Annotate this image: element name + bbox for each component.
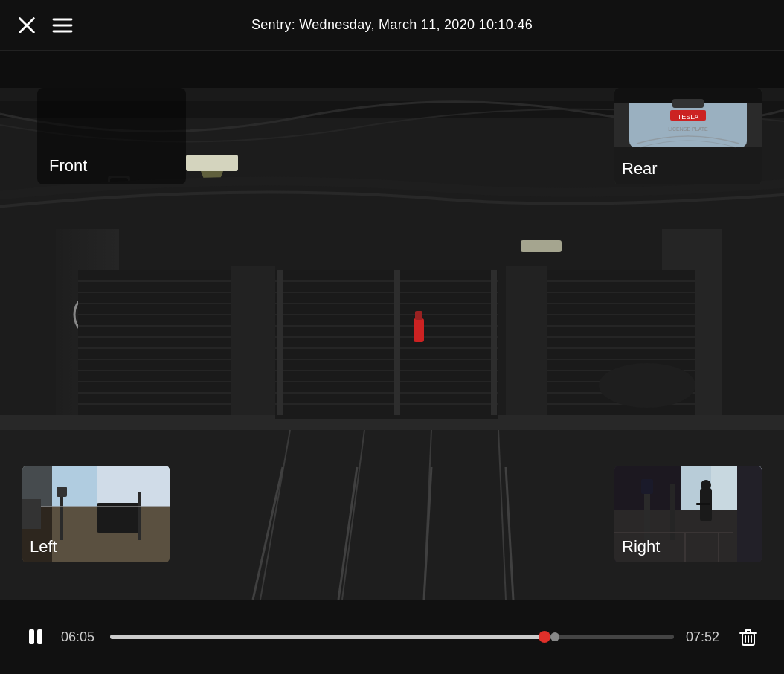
svg-rect-112 bbox=[29, 629, 34, 644]
total-time-display: 07:52 bbox=[686, 629, 723, 645]
svg-rect-104 bbox=[670, 484, 675, 540]
svg-rect-76 bbox=[415, 311, 422, 320]
svg-rect-84 bbox=[672, 99, 704, 108]
svg-rect-9 bbox=[186, 155, 238, 171]
svg-rect-11 bbox=[521, 240, 562, 252]
right-camera-thumbnail[interactable]: Right bbox=[614, 466, 762, 562]
svg-rect-103 bbox=[641, 479, 653, 494]
svg-rect-107 bbox=[696, 503, 704, 505]
left-camera-thumbnail[interactable]: Left bbox=[22, 466, 170, 562]
svg-rect-101 bbox=[737, 466, 762, 562]
svg-rect-92 bbox=[138, 492, 141, 540]
current-time-display: 06:05 bbox=[61, 629, 98, 645]
progress-bar[interactable] bbox=[110, 635, 674, 639]
svg-rect-89 bbox=[97, 503, 141, 533]
rear-camera-label: Rear bbox=[622, 159, 658, 179]
svg-rect-73 bbox=[491, 270, 497, 415]
play-pause-button[interactable] bbox=[22, 623, 49, 650]
control-bar: 06:05 07:52 bbox=[0, 600, 784, 674]
svg-rect-95 bbox=[22, 499, 41, 529]
front-camera-label: Front bbox=[49, 156, 87, 176]
right-camera-label: Right bbox=[622, 537, 660, 556]
svg-rect-71 bbox=[277, 270, 283, 415]
svg-rect-113 bbox=[37, 629, 42, 644]
video-area: 4D bbox=[0, 51, 784, 600]
progress-secondary-marker bbox=[550, 632, 559, 641]
left-camera-label: Left bbox=[30, 537, 57, 556]
close-button[interactable] bbox=[15, 13, 39, 37]
menu-button[interactable] bbox=[51, 13, 74, 37]
svg-rect-72 bbox=[394, 270, 400, 415]
svg-point-74 bbox=[599, 363, 695, 408]
svg-rect-91 bbox=[57, 487, 67, 497]
progress-filled bbox=[110, 635, 544, 639]
svg-rect-7 bbox=[0, 51, 784, 88]
svg-rect-108 bbox=[703, 503, 710, 505]
progress-handle[interactable] bbox=[539, 631, 550, 643]
svg-rect-87 bbox=[97, 466, 170, 507]
rear-camera-thumbnail[interactable]: TESLA LICENSE PLATE Rear bbox=[614, 88, 762, 184]
delete-button[interactable] bbox=[735, 623, 762, 650]
front-camera-label-overlay[interactable]: Front bbox=[37, 88, 186, 184]
svg-text:TESLA: TESLA bbox=[678, 113, 699, 121]
main-camera-view[interactable]: 4D bbox=[0, 51, 784, 600]
top-bar: Sentry: Wednesday, March 11, 2020 10:10:… bbox=[0, 0, 784, 51]
svg-text:LICENSE PLATE: LICENSE PLATE bbox=[668, 126, 708, 132]
video-title: Sentry: Wednesday, March 11, 2020 10:10:… bbox=[251, 17, 533, 33]
svg-point-106 bbox=[701, 480, 711, 490]
svg-rect-75 bbox=[414, 318, 424, 342]
